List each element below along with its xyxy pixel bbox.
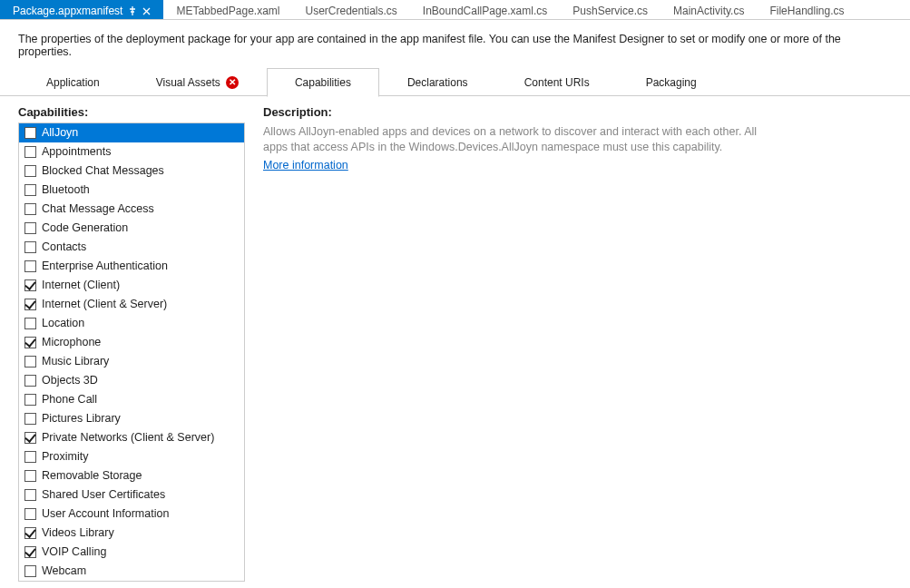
main-content: Capabilities: AllJoynAppointmentsBlocked…: [0, 96, 910, 582]
capability-item[interactable]: Pictures Library: [19, 409, 244, 428]
manifest-intro-text: The properties of the deployment package…: [0, 20, 910, 67]
file-tab-label: InBoundCallPage.xaml.cs: [423, 5, 547, 17]
capability-label: Private Networks (Client & Server): [42, 430, 214, 446]
capability-item[interactable]: Objects 3D: [19, 371, 244, 390]
file-tab[interactable]: MainActivity.cs: [660, 0, 757, 19]
capability-label: Blocked Chat Messages: [42, 163, 164, 179]
capability-checkbox[interactable]: [24, 127, 36, 139]
capability-label: Pictures Library: [42, 411, 121, 426]
file-tab[interactable]: InBoundCallPage.xaml.cs: [410, 0, 560, 19]
capability-checkbox[interactable]: [24, 565, 36, 577]
capability-label: Shared User Certificates: [42, 487, 165, 503]
capability-checkbox[interactable]: [24, 337, 36, 348]
designer-tab-label: Application: [46, 76, 100, 89]
capability-checkbox[interactable]: [24, 318, 36, 329]
capability-checkbox[interactable]: [24, 184, 36, 196]
designer-tab[interactable]: Capabilities: [267, 68, 379, 97]
capability-label: Phone Call: [42, 392, 97, 407]
designer-tab[interactable]: Content URIs: [496, 67, 618, 96]
capability-checkbox[interactable]: [24, 546, 36, 558]
capabilities-list[interactable]: AllJoynAppointmentsBlocked Chat Messages…: [18, 122, 245, 582]
file-tab-bar: Package.appxmanifestMETabbedPage.xamlUse…: [0, 0, 910, 20]
capability-label: Chat Message Access: [42, 201, 154, 217]
capability-checkbox[interactable]: [24, 394, 36, 406]
file-tab[interactable]: Package.appxmanifest: [0, 0, 163, 19]
designer-tab-label: Capabilities: [295, 76, 351, 89]
capability-item[interactable]: Microphone: [19, 333, 244, 352]
description-text: Allows AllJoyn-enabled apps and devices …: [263, 122, 771, 155]
capability-checkbox[interactable]: [24, 279, 36, 291]
capability-label: AllJoyn: [42, 125, 78, 141]
more-information-link[interactable]: More information: [263, 159, 348, 172]
designer-tab-label: Packaging: [646, 76, 697, 89]
file-tab[interactable]: FileHandling.cs: [757, 0, 856, 19]
capability-label: Objects 3D: [42, 373, 98, 388]
capability-item[interactable]: Shared User Certificates: [19, 485, 244, 505]
capability-checkbox[interactable]: [24, 299, 36, 310]
capability-label: Videos Library: [42, 525, 114, 541]
capability-item[interactable]: Chat Message Access: [19, 200, 244, 219]
designer-tab[interactable]: Application: [18, 67, 128, 96]
capability-item[interactable]: Contacts: [19, 238, 244, 257]
file-tab-label: MainActivity.cs: [673, 5, 744, 17]
description-panel: Description: Allows AllJoyn-enabled apps…: [263, 102, 892, 582]
capability-item[interactable]: Proximity: [19, 447, 244, 466]
capability-item[interactable]: Music Library: [19, 352, 244, 371]
capability-checkbox[interactable]: [24, 165, 36, 177]
capability-label: Internet (Client & Server): [42, 297, 167, 312]
file-tab[interactable]: UserCredentials.cs: [292, 0, 409, 19]
capability-item[interactable]: Code Generation: [19, 219, 244, 238]
capability-checkbox[interactable]: [24, 260, 36, 272]
designer-tab-label: Declarations: [407, 76, 468, 89]
designer-tab[interactable]: Packaging: [618, 67, 725, 96]
capability-item[interactable]: Removable Storage: [19, 466, 244, 485]
capability-item[interactable]: VOIP Calling: [19, 543, 244, 562]
file-tab[interactable]: METabbedPage.xaml: [163, 0, 292, 19]
capability-checkbox[interactable]: [24, 508, 36, 520]
file-tab[interactable]: PushService.cs: [560, 0, 660, 19]
error-icon: ✕: [226, 76, 239, 89]
close-icon[interactable]: [142, 7, 151, 15]
capability-checkbox[interactable]: [24, 203, 36, 215]
file-tab-label: PushService.cs: [572, 5, 648, 17]
capability-item[interactable]: Blocked Chat Messages: [19, 162, 244, 181]
capability-item[interactable]: Internet (Client): [19, 276, 244, 295]
description-title: Description:: [263, 102, 892, 122]
capability-label: Removable Storage: [42, 468, 142, 484]
capability-item[interactable]: Appointments: [19, 142, 244, 162]
capability-checkbox[interactable]: [24, 146, 36, 158]
capability-label: Appointments: [42, 144, 111, 160]
file-tab-label: FileHandling.cs: [769, 5, 844, 17]
capability-checkbox[interactable]: [24, 241, 36, 253]
designer-tab[interactable]: Declarations: [379, 67, 496, 96]
capability-label: VOIP Calling: [42, 544, 106, 560]
capability-label: Internet (Client): [42, 278, 120, 293]
capability-item[interactable]: Internet (Client & Server): [19, 295, 244, 314]
capability-item[interactable]: Private Networks (Client & Server): [19, 428, 244, 447]
capability-item[interactable]: Phone Call: [19, 390, 244, 409]
capability-checkbox[interactable]: [24, 375, 36, 387]
capability-item[interactable]: User Account Information: [19, 505, 244, 524]
capability-item[interactable]: Location: [19, 314, 244, 333]
capability-checkbox[interactable]: [24, 489, 36, 501]
capability-item[interactable]: Webcam: [19, 562, 244, 581]
file-tab-label: Package.appxmanifest: [13, 5, 122, 17]
designer-tab-label: Content URIs: [524, 76, 590, 89]
file-tab-label: METabbedPage.xaml: [176, 5, 279, 17]
designer-tab[interactable]: Visual Assets✕: [128, 67, 267, 96]
capability-checkbox[interactable]: [24, 413, 36, 425]
capability-item[interactable]: AllJoyn: [19, 123, 244, 142]
capability-checkbox[interactable]: [24, 222, 36, 234]
capability-label: User Account Information: [42, 506, 169, 522]
capability-checkbox[interactable]: [24, 432, 36, 444]
capability-checkbox[interactable]: [24, 470, 36, 482]
file-tab-label: UserCredentials.cs: [305, 5, 396, 17]
capability-label: Music Library: [42, 354, 109, 369]
capability-checkbox[interactable]: [24, 451, 36, 463]
capability-item[interactable]: Bluetooth: [19, 181, 244, 200]
capability-checkbox[interactable]: [24, 356, 36, 368]
capability-checkbox[interactable]: [24, 527, 36, 539]
capability-item[interactable]: Videos Library: [19, 524, 244, 543]
pin-icon[interactable]: [128, 6, 137, 15]
capability-item[interactable]: Enterprise Authentication: [19, 257, 244, 276]
